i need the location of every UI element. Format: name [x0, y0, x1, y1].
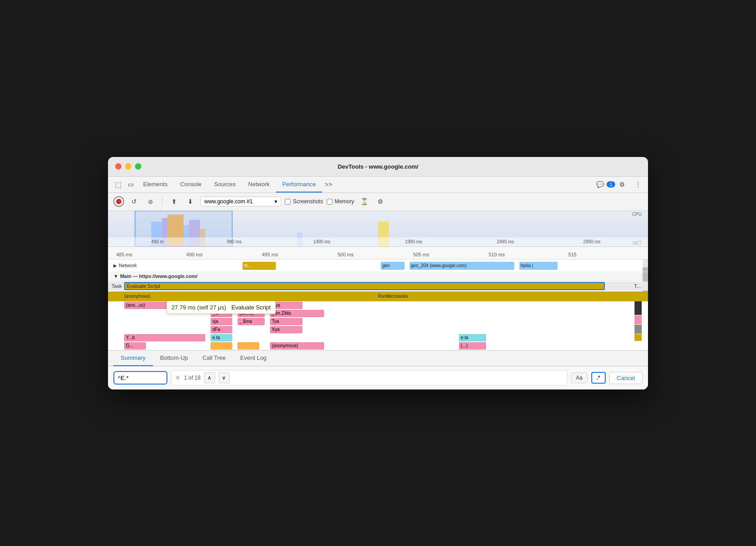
- device-icon[interactable]: ▭: [124, 178, 137, 191]
- ruler-label-505: 505 ms: [413, 252, 429, 257]
- search-input[interactable]: [118, 375, 154, 381]
- close-button[interactable]: [115, 163, 122, 170]
- flame-item-anonymous[interactable]: (anonymous): [270, 342, 324, 349]
- regex-button[interactable]: .*: [591, 372, 606, 384]
- flame-item-yellow2[interactable]: [238, 342, 259, 349]
- case-sensitive-button[interactable]: Aa: [571, 372, 588, 383]
- flame-item-yb[interactable]: Y...b: [124, 334, 205, 341]
- main-collapse-icon[interactable]: ▼: [113, 273, 118, 279]
- clear-icon[interactable]: ⊘: [144, 195, 157, 208]
- memory-checkbox[interactable]: [327, 199, 333, 205]
- microtasks-label: (anonymous): [124, 291, 150, 301]
- flame-item-eta1[interactable]: e.ta: [211, 334, 232, 341]
- network-label-text: Network: [119, 263, 137, 268]
- flame-item-lmzwa[interactable]: _.lm.ZWa: [270, 310, 324, 317]
- flame-row-4: dFa Xya: [108, 326, 648, 334]
- screenshots-checkbox[interactable]: [285, 199, 291, 205]
- flame-row-6: G... (anonymous) (...): [108, 342, 648, 350]
- network-item-2[interactable]: gen: [381, 262, 405, 270]
- flame-item-sma[interactable]: _.$ma: [238, 318, 265, 325]
- tab-performance[interactable]: Performance: [276, 176, 322, 192]
- flame-item-xja[interactable]: xja: [211, 318, 232, 325]
- flame-item-g[interactable]: G...: [124, 342, 146, 349]
- clear-search-icon[interactable]: ✕: [175, 374, 180, 381]
- reload-icon[interactable]: ↺: [128, 195, 140, 208]
- more-menu-icon[interactable]: ⋮: [632, 178, 644, 191]
- network-track-content[interactable]: m... gen gen_204 (www.google.com) hpba (: [171, 260, 648, 272]
- titlebar: DevTools - www.google.com/: [108, 157, 648, 177]
- main-timeline: 485 ms 490 ms 495 ms 500 ms 505 ms 510 m…: [108, 247, 648, 350]
- network-item-4[interactable]: hpba (: [519, 262, 558, 270]
- url-selector[interactable]: www.google.com #1 ▾: [200, 197, 281, 206]
- ruler-label-500: 500 ms: [338, 252, 354, 257]
- tab-summary[interactable]: Summary: [113, 350, 153, 366]
- tab-bar: ⬚ ▭ Elements Console Sources Network Per…: [108, 177, 648, 193]
- record-button[interactable]: [113, 196, 124, 207]
- search-main-area: ✕ 1 of 18 ∧ ∨: [171, 370, 567, 385]
- microtasks-label2: RunMicrotasks: [378, 291, 408, 301]
- separator: [162, 197, 162, 206]
- maximize-button[interactable]: [135, 163, 141, 170]
- chat-badge: 1: [607, 181, 615, 188]
- search-count: 1 of 18: [184, 375, 201, 381]
- minimize-button[interactable]: [125, 163, 131, 170]
- overview-tick-6: 2990 ms: [583, 239, 600, 244]
- task-label: Task: [112, 283, 122, 289]
- evaluate-script-bar[interactable]: Evaluate Script: [124, 282, 605, 290]
- more-tabs-button[interactable]: >>: [322, 181, 335, 188]
- network-item-3[interactable]: gen_204 (www.google.com): [410, 262, 514, 270]
- inspect-icon[interactable]: ⬚: [112, 178, 124, 191]
- ruler-label-485: 485 ms: [116, 252, 132, 257]
- timeline-container: CPU NET 490 m 990 ms 1490 ms 1990 ms 249…: [108, 211, 648, 350]
- network-item-1[interactable]: m...: [243, 262, 276, 270]
- ruler-label-490: 490 ms: [186, 252, 202, 257]
- ruler-label-510: 510 ms: [489, 252, 505, 257]
- overview-tick-5: 2490 ms: [497, 239, 514, 244]
- settings-icon[interactable]: ⚙: [616, 178, 628, 191]
- task-bar[interactable]: Task T... Evaluate Script: [108, 282, 648, 291]
- flame-row-3: xja _.$ma Tya: [108, 318, 648, 326]
- cancel-button[interactable]: Cancel: [609, 372, 643, 384]
- upload-icon[interactable]: ⬆: [168, 195, 180, 208]
- ruler-label-515: 515: [568, 252, 576, 257]
- flame-item-tya[interactable]: Tya: [270, 318, 302, 325]
- dropdown-icon: ▾: [274, 198, 277, 205]
- network-track-row: ▶ Network m... gen gen_204 (www.google.c…: [108, 260, 648, 272]
- mini-block-2: [634, 315, 642, 324]
- flame-item-eta2[interactable]: e.ta: [459, 334, 486, 341]
- flame-item-dfa[interactable]: dFa: [211, 326, 232, 333]
- timeline-overview[interactable]: CPU NET 490 m 990 ms 1490 ms 1990 ms 249…: [108, 211, 648, 247]
- flame-item-xya[interactable]: Xya: [270, 326, 302, 333]
- tooltip-label: Evaluate Script: [231, 304, 270, 311]
- download-icon[interactable]: ⬇: [184, 195, 197, 208]
- bottom-tab-bar: Summary Bottom-Up Call Tree Event Log: [108, 350, 648, 366]
- tab-elements[interactable]: Elements: [137, 176, 174, 192]
- main-section-text: Main — https://www.google.com/: [120, 273, 198, 279]
- overview-tick-1: 490 m: [151, 239, 164, 244]
- record-icon: [116, 199, 122, 204]
- flame-row-5: Y...b e.ta e.ta: [108, 334, 648, 342]
- devtools-window: DevTools - www.google.com/ ⬚ ▭ Elements …: [108, 157, 648, 389]
- memory-checkbox-label[interactable]: Memory: [327, 198, 354, 205]
- tab-network[interactable]: Network: [242, 176, 276, 192]
- microtasks-row: (anonymous) RunMicrotasks: [108, 291, 648, 301]
- search-prev-button[interactable]: ∧: [204, 372, 215, 383]
- tab-call-tree[interactable]: Call Tree: [195, 350, 233, 366]
- overview-tick-3: 1490 ms: [313, 239, 330, 244]
- search-query-wrapper[interactable]: [113, 371, 167, 385]
- right-mini-blocks: [634, 301, 642, 350]
- memory-icon[interactable]: ⌛: [358, 195, 370, 208]
- tab-event-log[interactable]: Event Log: [233, 350, 274, 366]
- tab-sources[interactable]: Sources: [208, 176, 242, 192]
- flame-item-yellow1[interactable]: [211, 342, 232, 349]
- chat-icon[interactable]: 💬1: [599, 178, 612, 191]
- tooltip-time: 27.79 ms (self 27 μs): [171, 304, 226, 311]
- network-expand-icon[interactable]: ▶: [113, 263, 117, 268]
- tab-console[interactable]: Console: [174, 176, 208, 192]
- screenshots-checkbox-label[interactable]: Screenshots: [285, 198, 323, 205]
- search-next-button[interactable]: ∨: [219, 372, 230, 383]
- flame-item-anon3[interactable]: (...): [459, 342, 486, 349]
- cpu-label: CPU: [632, 212, 642, 217]
- tab-bottom-up[interactable]: Bottom-Up: [153, 350, 195, 366]
- more-settings-icon[interactable]: ⚙: [374, 195, 387, 208]
